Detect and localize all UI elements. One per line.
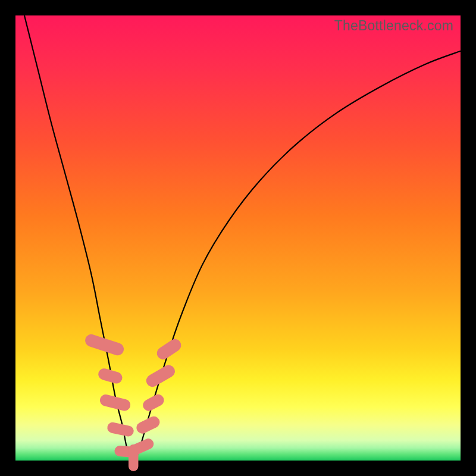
curve-marker — [155, 337, 184, 362]
curve-marker — [127, 437, 155, 458]
curve-marker — [144, 363, 177, 389]
plot-area: TheBottleneck.com — [15, 15, 461, 461]
curve-marker — [83, 333, 125, 357]
bottleneck-curve — [24, 15, 461, 460]
curve-markers — [83, 333, 183, 471]
chart-frame: TheBottleneck.com — [0, 0, 476, 476]
curve-layer — [15, 15, 461, 461]
curve-marker — [107, 421, 135, 437]
curve-marker — [141, 392, 166, 413]
